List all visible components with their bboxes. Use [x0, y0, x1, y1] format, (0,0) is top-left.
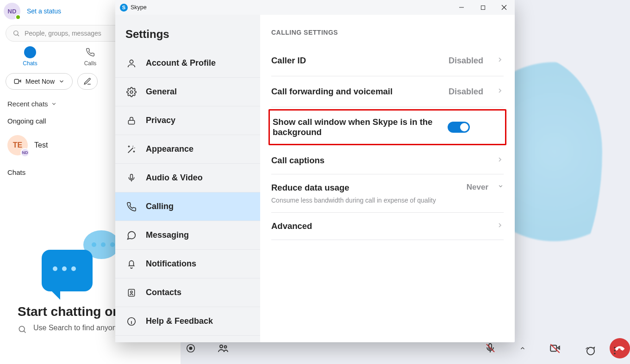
tab-calls-label: Calls [84, 60, 97, 67]
toggle-knob [460, 123, 468, 131]
svg-point-7 [220, 345, 223, 348]
show-call-window-toggle[interactable] [448, 122, 470, 133]
row-call-captions[interactable]: Call captions [271, 147, 504, 174]
mic-icon [127, 173, 136, 183]
meet-now-button[interactable]: Meet Now [6, 73, 73, 90]
address-book-icon [127, 288, 136, 298]
minimize-button[interactable] [451, 0, 472, 15]
app-name: Skype [131, 4, 147, 11]
people-icon [218, 343, 229, 354]
reduce-data-value: Never [467, 183, 488, 192]
title-bar[interactable]: S Skype [115, 0, 515, 15]
chat-icon [24, 46, 36, 58]
nav-account-profile-label: Account & Profile [146, 58, 216, 68]
skype-logo-icon: S [120, 4, 128, 12]
chat-avatar: TE ND [7, 135, 28, 155]
chat-name: Test [34, 141, 48, 149]
caller-id-value: Disabled [449, 56, 483, 66]
chevron-right-icon [496, 156, 504, 163]
wand-icon [126, 144, 137, 154]
chevron-right-icon [496, 222, 504, 229]
meet-now-label: Meet Now [25, 78, 55, 85]
nav-messaging-label: Messaging [146, 230, 189, 240]
svg-point-10 [614, 347, 615, 348]
maximize-button[interactable] [472, 0, 493, 15]
svg-point-14 [130, 60, 133, 63]
section-heading: CALLING SETTINGS [271, 29, 504, 36]
close-button[interactable] [493, 0, 515, 15]
nav-privacy[interactable]: Privacy [115, 106, 260, 135]
chevron-right-icon [496, 56, 504, 63]
svg-rect-9 [550, 345, 556, 352]
svg-point-6 [189, 347, 192, 350]
avatar[interactable]: ND [4, 3, 20, 19]
row-reduce-data[interactable]: Reduce data usage Consume less bandwidth… [271, 174, 504, 213]
close-icon [501, 5, 507, 10]
gear-icon [126, 87, 137, 97]
more-vertical-icon [610, 345, 620, 356]
nav-calling[interactable]: Calling [115, 192, 260, 221]
nav-appearance[interactable]: Appearance [115, 135, 260, 164]
svg-point-0 [14, 31, 18, 35]
set-status-link[interactable]: Set a status [27, 7, 61, 15]
svg-point-12 [614, 353, 615, 354]
chevron-down-icon [51, 101, 57, 107]
tab-chats[interactable]: Chats [12, 45, 49, 67]
nav-general-label: General [146, 87, 177, 97]
chevron-down-icon [58, 78, 65, 85]
row-caller-id[interactable]: Caller ID Disabled [271, 45, 504, 76]
nav-contacts[interactable]: Contacts [115, 278, 260, 307]
row-show-call-window[interactable]: Show call window when Skype is in the ba… [268, 109, 506, 145]
more-button[interactable] [610, 345, 620, 358]
maximize-icon [480, 5, 486, 10]
svg-rect-3 [14, 80, 19, 84]
chat-avatar-initials: TE [13, 141, 22, 149]
minimize-icon [459, 5, 464, 10]
avatar-initials: ND [8, 8, 17, 15]
row-call-forwarding[interactable]: Call forwarding and voicemail Disabled [271, 76, 504, 107]
search-icon [18, 325, 27, 334]
reduce-data-label: Reduce data usage [271, 183, 458, 193]
nav-notifications[interactable]: Notifications [115, 250, 260, 278]
svg-point-4 [19, 326, 25, 332]
svg-rect-16 [128, 120, 134, 124]
nav-messaging[interactable]: Messaging [115, 221, 260, 250]
show-call-window-label: Show call window when Skype is in the ba… [273, 117, 439, 137]
call-captions-label: Call captions [271, 155, 483, 166]
audio-options-button[interactable] [512, 338, 533, 358]
reduce-data-sub: Consume less bandwidth during call in ex… [271, 197, 458, 204]
chat-illustration [37, 222, 120, 301]
svg-point-11 [614, 350, 615, 351]
nav-account-profile[interactable]: Account & Profile [115, 49, 260, 78]
search-placeholder: People, groups, messages [25, 30, 101, 37]
compose-icon [83, 77, 92, 86]
nav-help-feedback-label: Help & Feedback [146, 316, 213, 326]
person-icon [126, 58, 137, 68]
search-icon [12, 30, 20, 37]
svg-point-19 [131, 291, 132, 293]
nav-help-feedback[interactable]: Help & Feedback [115, 307, 260, 336]
call-forwarding-value: Disabled [449, 87, 483, 97]
svg-rect-17 [131, 174, 133, 179]
bell-icon [126, 259, 137, 269]
new-chat-button[interactable] [77, 73, 98, 90]
tab-calls[interactable]: Calls [72, 45, 109, 67]
nav-appearance-label: Appearance [146, 144, 193, 154]
message-icon [126, 230, 137, 241]
nav-general[interactable]: General [115, 78, 260, 106]
tab-chats-label: Chats [23, 60, 37, 67]
chevron-up-icon [519, 345, 526, 352]
nav-privacy-label: Privacy [146, 116, 175, 125]
camera-button[interactable] [545, 338, 565, 358]
nav-notifications-label: Notifications [146, 259, 196, 269]
caller-id-label: Caller ID [271, 56, 440, 66]
settings-dialog: S Skype Settings Account & Profile Gener… [115, 0, 515, 342]
chat-bubble-icon [585, 345, 596, 357]
nav-audio-video[interactable]: Audio & Video [115, 164, 260, 192]
advanced-label: Advanced [271, 221, 483, 231]
mini-avatar: ND [20, 148, 30, 157]
row-advanced[interactable]: Advanced [271, 213, 504, 240]
camera-off-icon [549, 342, 561, 354]
open-chat-button[interactable] [585, 345, 596, 358]
presence-dot [15, 14, 21, 20]
